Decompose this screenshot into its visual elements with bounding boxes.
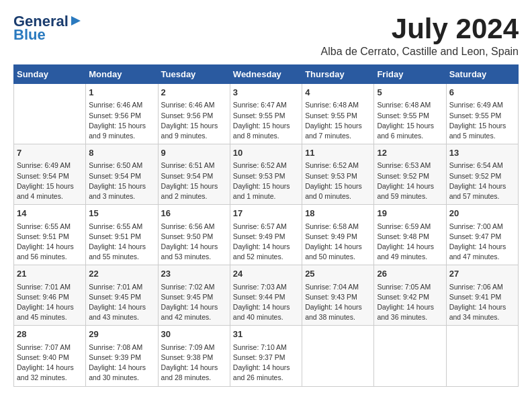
header-friday: Friday xyxy=(374,65,446,84)
logo-arrow-icon xyxy=(70,15,82,27)
calendar-cell: 23Sunrise: 7:02 AM Sunset: 9:45 PM Dayli… xyxy=(158,265,230,326)
month-year: July 2024 xyxy=(321,13,519,44)
day-number: 26 xyxy=(377,268,443,280)
day-info: Sunrise: 6:55 AM Sunset: 9:51 PM Dayligh… xyxy=(89,222,154,263)
header-saturday: Saturday xyxy=(446,65,518,84)
calendar-cell: 11Sunrise: 6:52 AM Sunset: 9:53 PM Dayli… xyxy=(302,144,374,205)
day-info: Sunrise: 6:49 AM Sunset: 9:55 PM Dayligh… xyxy=(449,100,515,141)
day-info: Sunrise: 7:02 AM Sunset: 9:45 PM Dayligh… xyxy=(161,282,227,323)
page-header: General Blue July 2024 Alba de Cerrato, … xyxy=(13,13,519,58)
day-info: Sunrise: 7:08 AM Sunset: 9:39 PM Dayligh… xyxy=(89,342,154,383)
day-info: Sunrise: 7:10 AM Sunset: 9:37 PM Dayligh… xyxy=(233,342,299,383)
calendar-cell: 13Sunrise: 6:54 AM Sunset: 9:52 PM Dayli… xyxy=(446,144,518,205)
day-info: Sunrise: 7:01 AM Sunset: 9:46 PM Dayligh… xyxy=(17,282,83,323)
calendar-cell: 26Sunrise: 7:05 AM Sunset: 9:42 PM Dayli… xyxy=(374,265,446,326)
header-tuesday: Tuesday xyxy=(158,65,230,84)
day-number: 3 xyxy=(233,87,299,99)
day-number: 19 xyxy=(377,208,443,220)
calendar-header-row: SundayMondayTuesdayWednesdayThursdayFrid… xyxy=(14,65,519,84)
day-number: 17 xyxy=(233,208,299,220)
day-info: Sunrise: 6:50 AM Sunset: 9:54 PM Dayligh… xyxy=(89,161,154,201)
day-info: Sunrise: 6:48 AM Sunset: 9:55 PM Dayligh… xyxy=(377,100,443,141)
calendar-cell: 16Sunrise: 6:56 AM Sunset: 9:50 PM Dayli… xyxy=(158,205,230,265)
day-info: Sunrise: 6:46 AM Sunset: 9:56 PM Dayligh… xyxy=(161,100,227,141)
day-info: Sunrise: 7:01 AM Sunset: 9:45 PM Dayligh… xyxy=(89,282,154,323)
logo: General Blue xyxy=(13,13,82,43)
day-info: Sunrise: 6:56 AM Sunset: 9:50 PM Dayligh… xyxy=(161,222,227,263)
calendar-cell: 27Sunrise: 7:06 AM Sunset: 9:41 PM Dayli… xyxy=(446,265,518,326)
calendar-cell: 3Sunrise: 6:47 AM Sunset: 9:55 PM Daylig… xyxy=(230,84,302,144)
day-info: Sunrise: 6:52 AM Sunset: 9:53 PM Dayligh… xyxy=(233,161,299,201)
calendar-cell xyxy=(374,326,446,386)
day-info: Sunrise: 7:04 AM Sunset: 9:43 PM Dayligh… xyxy=(305,282,371,323)
header-thursday: Thursday xyxy=(302,65,374,84)
day-number: 20 xyxy=(449,208,515,220)
day-info: Sunrise: 6:51 AM Sunset: 9:54 PM Dayligh… xyxy=(161,161,227,201)
calendar-cell: 5Sunrise: 6:48 AM Sunset: 9:55 PM Daylig… xyxy=(374,84,446,144)
calendar-week-1: 1Sunrise: 6:46 AM Sunset: 9:56 PM Daylig… xyxy=(14,84,519,144)
day-info: Sunrise: 7:06 AM Sunset: 9:41 PM Dayligh… xyxy=(449,282,515,323)
day-number: 6 xyxy=(449,87,515,99)
calendar-table: SundayMondayTuesdayWednesdayThursdayFrid… xyxy=(13,64,519,386)
calendar-cell: 24Sunrise: 7:03 AM Sunset: 9:44 PM Dayli… xyxy=(230,265,302,326)
calendar-week-4: 21Sunrise: 7:01 AM Sunset: 9:46 PM Dayli… xyxy=(14,265,519,326)
day-number: 11 xyxy=(305,147,371,159)
header-wednesday: Wednesday xyxy=(230,65,302,84)
day-number: 13 xyxy=(449,147,515,159)
day-number: 28 xyxy=(17,328,83,340)
calendar-cell: 7Sunrise: 6:49 AM Sunset: 9:54 PM Daylig… xyxy=(14,144,86,205)
day-number: 21 xyxy=(17,268,83,280)
calendar-cell: 31Sunrise: 7:10 AM Sunset: 9:37 PM Dayli… xyxy=(230,326,302,386)
day-info: Sunrise: 6:54 AM Sunset: 9:52 PM Dayligh… xyxy=(449,161,515,201)
calendar-cell: 20Sunrise: 7:00 AM Sunset: 9:47 PM Dayli… xyxy=(446,205,518,265)
calendar-cell xyxy=(446,326,518,386)
day-number: 24 xyxy=(233,268,299,280)
day-info: Sunrise: 6:59 AM Sunset: 9:48 PM Dayligh… xyxy=(377,222,443,263)
day-number: 10 xyxy=(233,147,299,159)
day-info: Sunrise: 6:48 AM Sunset: 9:55 PM Dayligh… xyxy=(305,100,371,141)
day-number: 25 xyxy=(305,268,371,280)
calendar-cell: 12Sunrise: 6:53 AM Sunset: 9:52 PM Dayli… xyxy=(374,144,446,205)
day-number: 7 xyxy=(17,147,83,159)
day-number: 27 xyxy=(449,268,515,280)
calendar-cell: 25Sunrise: 7:04 AM Sunset: 9:43 PM Dayli… xyxy=(302,265,374,326)
calendar-cell: 1Sunrise: 6:46 AM Sunset: 9:56 PM Daylig… xyxy=(86,84,158,144)
calendar-cell: 8Sunrise: 6:50 AM Sunset: 9:54 PM Daylig… xyxy=(86,144,158,205)
day-info: Sunrise: 6:52 AM Sunset: 9:53 PM Dayligh… xyxy=(305,161,371,201)
calendar-cell: 4Sunrise: 6:48 AM Sunset: 9:55 PM Daylig… xyxy=(302,84,374,144)
day-number: 9 xyxy=(161,147,227,159)
day-number: 31 xyxy=(233,328,299,340)
day-number: 14 xyxy=(17,208,83,220)
day-info: Sunrise: 7:03 AM Sunset: 9:44 PM Dayligh… xyxy=(233,282,299,323)
calendar-cell: 22Sunrise: 7:01 AM Sunset: 9:45 PM Dayli… xyxy=(86,265,158,326)
day-info: Sunrise: 6:58 AM Sunset: 9:49 PM Dayligh… xyxy=(305,222,371,263)
day-info: Sunrise: 6:53 AM Sunset: 9:52 PM Dayligh… xyxy=(377,161,443,201)
day-info: Sunrise: 6:47 AM Sunset: 9:55 PM Dayligh… xyxy=(233,100,299,141)
svg-marker-0 xyxy=(71,16,81,26)
day-number: 23 xyxy=(161,268,227,280)
calendar-cell: 19Sunrise: 6:59 AM Sunset: 9:48 PM Dayli… xyxy=(374,205,446,265)
calendar-cell: 30Sunrise: 7:09 AM Sunset: 9:38 PM Dayli… xyxy=(158,326,230,386)
header-sunday: Sunday xyxy=(14,65,86,84)
day-info: Sunrise: 7:00 AM Sunset: 9:47 PM Dayligh… xyxy=(449,222,515,263)
title-area: July 2024 Alba de Cerrato, Castille and … xyxy=(321,13,519,58)
location: Alba de Cerrato, Castille and Leon, Spai… xyxy=(321,46,519,58)
calendar-cell: 18Sunrise: 6:58 AM Sunset: 9:49 PM Dayli… xyxy=(302,205,374,265)
calendar-cell xyxy=(14,84,86,144)
calendar-cell: 9Sunrise: 6:51 AM Sunset: 9:54 PM Daylig… xyxy=(158,144,230,205)
day-number: 15 xyxy=(89,208,154,220)
day-info: Sunrise: 6:57 AM Sunset: 9:49 PM Dayligh… xyxy=(233,222,299,263)
calendar-cell: 14Sunrise: 6:55 AM Sunset: 9:51 PM Dayli… xyxy=(14,205,86,265)
calendar-cell: 17Sunrise: 6:57 AM Sunset: 9:49 PM Dayli… xyxy=(230,205,302,265)
calendar-cell: 15Sunrise: 6:55 AM Sunset: 9:51 PM Dayli… xyxy=(86,205,158,265)
calendar-cell: 21Sunrise: 7:01 AM Sunset: 9:46 PM Dayli… xyxy=(14,265,86,326)
day-number: 2 xyxy=(161,87,227,99)
day-number: 18 xyxy=(305,208,371,220)
calendar-week-5: 28Sunrise: 7:07 AM Sunset: 9:40 PM Dayli… xyxy=(14,326,519,386)
calendar-cell xyxy=(302,326,374,386)
day-number: 8 xyxy=(89,147,154,159)
calendar-week-3: 14Sunrise: 6:55 AM Sunset: 9:51 PM Dayli… xyxy=(14,205,519,265)
day-info: Sunrise: 7:05 AM Sunset: 9:42 PM Dayligh… xyxy=(377,282,443,323)
day-info: Sunrise: 7:09 AM Sunset: 9:38 PM Dayligh… xyxy=(161,342,227,383)
day-number: 5 xyxy=(377,87,443,99)
